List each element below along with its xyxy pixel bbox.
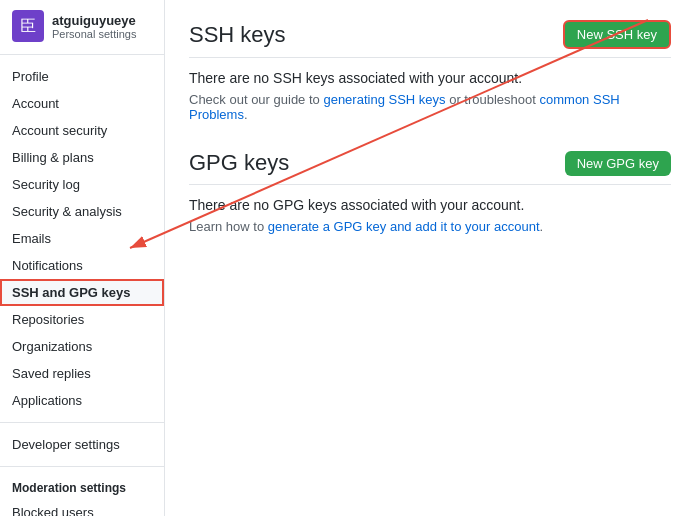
sidebar-divider-1 xyxy=(0,422,164,423)
ssh-help-text: Check out our guide to generating SSH ke… xyxy=(189,92,671,122)
sidebar-item-billing[interactable]: Billing & plans xyxy=(0,144,164,171)
sidebar-item-applications[interactable]: Applications xyxy=(0,387,164,414)
sidebar-section-moderation: Moderation settings xyxy=(0,475,164,499)
user-subtitle: Personal settings xyxy=(52,28,136,40)
new-gpg-key-button[interactable]: New GPG key xyxy=(565,151,671,176)
sidebar-item-saved-replies[interactable]: Saved replies xyxy=(0,360,164,387)
new-ssh-key-button[interactable]: New SSH key xyxy=(563,20,671,49)
sidebar-item-repositories[interactable]: Repositories xyxy=(0,306,164,333)
ssh-section-title: SSH keys xyxy=(189,22,286,48)
username: atguiguyueye xyxy=(52,13,136,28)
sidebar: 臣 atguiguyueye Personal settings Profile… xyxy=(0,0,165,516)
sidebar-item-emails[interactable]: Emails xyxy=(0,225,164,252)
sidebar-item-account-security[interactable]: Account security xyxy=(0,117,164,144)
main-content: SSH keys New SSH key There are no SSH ke… xyxy=(165,0,695,516)
gpg-keys-section: GPG keys New GPG key There are no GPG ke… xyxy=(189,150,671,234)
generating-ssh-keys-link[interactable]: generating SSH keys xyxy=(323,92,445,107)
sidebar-nav: Profile Account Account security Billing… xyxy=(0,55,164,516)
sidebar-item-security-log[interactable]: Security log xyxy=(0,171,164,198)
sidebar-item-ssh-gpg[interactable]: SSH and GPG keys xyxy=(0,279,164,306)
sidebar-item-security-analysis[interactable]: Security & analysis xyxy=(0,198,164,225)
generate-gpg-key-link[interactable]: generate a GPG key and add it to your ac… xyxy=(268,219,540,234)
gpg-section-header: GPG keys New GPG key xyxy=(189,150,671,185)
sidebar-item-developer-settings[interactable]: Developer settings xyxy=(0,431,164,458)
sidebar-item-notifications[interactable]: Notifications xyxy=(0,252,164,279)
avatar: 臣 xyxy=(12,10,44,42)
sidebar-item-blocked-users[interactable]: Blocked users xyxy=(0,499,164,516)
sidebar-user-info: 臣 atguiguyueye Personal settings xyxy=(0,0,164,55)
sidebar-item-organizations[interactable]: Organizations xyxy=(0,333,164,360)
ssh-keys-section: SSH keys New SSH key There are no SSH ke… xyxy=(189,20,671,122)
sidebar-item-profile[interactable]: Profile xyxy=(0,63,164,90)
gpg-help-text: Learn how to generate a GPG key and add … xyxy=(189,219,671,234)
gpg-section-title: GPG keys xyxy=(189,150,289,176)
sidebar-item-account[interactable]: Account xyxy=(0,90,164,117)
gpg-no-keys-text: There are no GPG keys associated with yo… xyxy=(189,197,671,213)
sidebar-divider-2 xyxy=(0,466,164,467)
ssh-section-header: SSH keys New SSH key xyxy=(189,20,671,58)
ssh-no-keys-text: There are no SSH keys associated with yo… xyxy=(189,70,671,86)
